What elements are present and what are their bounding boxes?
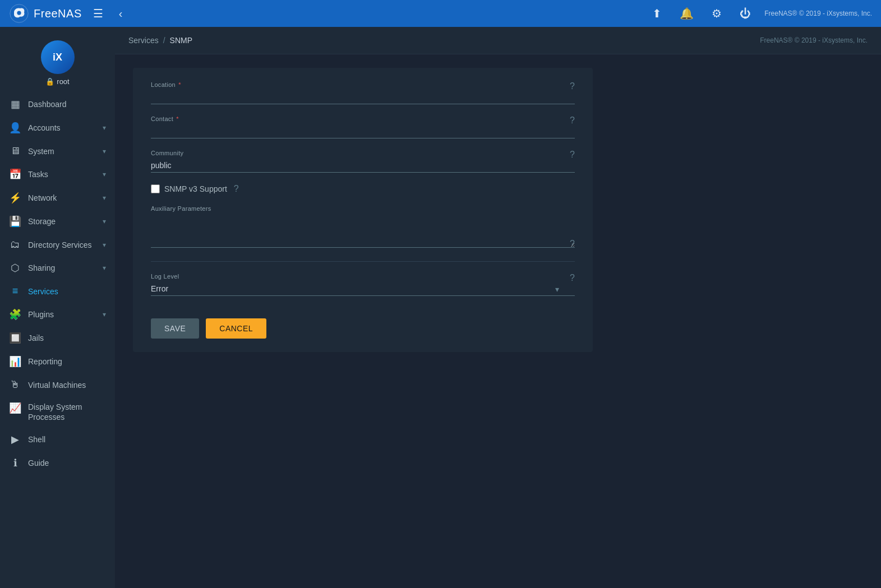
sidebar-item-display-system-processes[interactable]: 📈 Display System Processes — [0, 396, 115, 428]
sidebar-item-label: Display System Processes — [28, 402, 106, 422]
avatar: iX — [41, 40, 75, 74]
back-button[interactable]: ‹ — [114, 5, 127, 22]
sharing-icon: ⬡ — [9, 262, 21, 274]
header-left: FreeNAS ☰ ‹ — [9, 3, 127, 24]
breadcrumb-copyright: FreeNAS® © 2019 - iXsystems, Inc. — [760, 36, 868, 44]
copyright-text: FreeNAS® © 2019 - iXsystems, Inc. — [764, 10, 872, 17]
breadcrumb-separator: / — [163, 36, 165, 45]
contact-input[interactable] — [151, 124, 575, 138]
sidebar-item-sharing[interactable]: ⬡ Sharing ▾ — [0, 256, 115, 280]
breadcrumb-current: SNMP — [170, 36, 192, 45]
contact-field: Contact * ? — [151, 115, 575, 138]
log-level-field: Log Level Emergency Alert Critical Error… — [151, 273, 575, 296]
sidebar-item-virtual-machines[interactable]: 🖱 Virtual Machines — [0, 373, 115, 396]
form-container: Location * ? Contact * ? Community — [115, 54, 881, 588]
snmpv3-row: SNMP v3 Support ? — [151, 184, 575, 194]
reporting-icon: 📊 — [9, 355, 21, 368]
sidebar-item-storage[interactable]: 💾 Storage ▾ — [0, 210, 115, 233]
community-help-icon[interactable]: ? — [570, 150, 575, 160]
sidebar-item-system[interactable]: 🖥 System ▾ — [0, 140, 115, 163]
menu-button[interactable]: ☰ — [89, 4, 108, 22]
user-name: 🔒 root — [45, 77, 69, 86]
form-divider — [151, 261, 575, 262]
location-input[interactable] — [151, 90, 575, 104]
sidebar-item-label: Virtual Machines — [28, 381, 106, 390]
auxiliary-parameters-field: Auxiliary Parameters ? — [151, 205, 575, 250]
breadcrumb-parent[interactable]: Services — [128, 36, 159, 45]
sidebar-item-label: Tasks — [28, 170, 96, 179]
storage-icon: 💾 — [9, 215, 21, 228]
sidebar-item-label: System — [28, 147, 96, 156]
sidebar-item-network[interactable]: ⚡ Network ▾ — [0, 186, 115, 210]
sidebar-item-label: Sharing — [28, 263, 96, 272]
chevron-down-icon: ▾ — [103, 170, 106, 178]
sidebar-item-directory-services[interactable]: 🗂 Directory Services ▾ — [0, 233, 115, 256]
system-icon: 🖥 — [9, 145, 21, 157]
sidebar-item-label: Directory Services — [28, 240, 96, 249]
chevron-down-icon: ▾ — [103, 241, 106, 249]
jails-icon: 🔲 — [9, 332, 21, 344]
snmpv3-label: SNMP v3 Support — [164, 184, 227, 193]
bell-icon[interactable]: 🔔 — [675, 4, 698, 22]
power-icon[interactable]: ⏻ — [735, 5, 755, 22]
cancel-button[interactable]: CANCEL — [206, 318, 266, 339]
sidebar-item-label: Guide — [28, 459, 106, 467]
contact-help-icon[interactable]: ? — [570, 115, 575, 126]
svg-point-1 — [17, 11, 21, 15]
top-header: FreeNAS ☰ ‹ ⬆ 🔔 ⚙ ⏻ FreeNAS® © 2019 - iX… — [0, 0, 881, 27]
form-actions: SAVE CANCEL — [151, 309, 575, 339]
upload-icon[interactable]: ⬆ — [648, 4, 666, 22]
processes-icon: 📈 — [9, 402, 21, 414]
accounts-icon: 👤 — [9, 122, 21, 134]
auxiliary-help-icon[interactable]: ? — [570, 239, 575, 249]
sidebar-item-dashboard[interactable]: ▦ Dashboard — [0, 92, 115, 116]
sidebar: iX 🔒 root ▦ Dashboard 👤 Accounts ▾ 🖥 Sys… — [0, 27, 115, 588]
lock-icon: 🔒 — [45, 77, 54, 86]
main-layout: iX 🔒 root ▦ Dashboard 👤 Accounts ▾ 🖥 Sys… — [0, 27, 881, 588]
sidebar-item-reporting[interactable]: 📊 Reporting — [0, 350, 115, 373]
sidebar-item-label: Reporting — [28, 357, 106, 366]
save-button[interactable]: SAVE — [151, 318, 199, 339]
auxiliary-parameters-label: Auxiliary Parameters — [151, 205, 575, 212]
sidebar-item-label: Network — [28, 193, 96, 202]
avatar-text: iX — [53, 52, 62, 63]
contact-label: Contact * — [151, 115, 575, 122]
community-field: Community ? — [151, 150, 575, 173]
sidebar-item-tasks[interactable]: 📅 Tasks ▾ — [0, 163, 115, 186]
chevron-down-icon: ▾ — [103, 217, 106, 225]
user-section: iX 🔒 root — [0, 31, 115, 92]
sidebar-item-jails[interactable]: 🔲 Jails — [0, 326, 115, 350]
chevron-down-icon: ▾ — [103, 264, 106, 272]
snmpv3-help-icon[interactable]: ? — [234, 184, 239, 194]
sidebar-item-plugins[interactable]: 🧩 Plugins ▾ — [0, 303, 115, 326]
sidebar-item-accounts[interactable]: 👤 Accounts ▾ — [0, 116, 115, 140]
log-level-wrapper: Emergency Alert Critical Error Warning N… — [151, 282, 575, 296]
chevron-down-icon: ▾ — [103, 194, 106, 202]
tasks-icon: 📅 — [9, 168, 21, 180]
snmpv3-checkbox[interactable] — [151, 184, 160, 193]
chevron-down-icon: ▾ — [103, 147, 106, 155]
location-help-icon[interactable]: ? — [570, 81, 575, 91]
logo-area: FreeNAS — [9, 3, 82, 24]
content-area: Services / SNMP FreeNAS® © 2019 - iXsyst… — [115, 27, 881, 588]
network-icon: ⚡ — [9, 192, 21, 204]
log-level-select[interactable]: Emergency Alert Critical Error Warning N… — [151, 282, 575, 296]
freenas-logo — [9, 3, 29, 24]
sidebar-item-services[interactable]: ≡ Services — [0, 280, 115, 303]
settings-icon[interactable]: ⚙ — [707, 4, 726, 22]
auxiliary-parameters-input[interactable] — [151, 214, 575, 248]
location-label: Location * — [151, 81, 575, 88]
plugins-icon: 🧩 — [9, 308, 21, 321]
guide-icon: ℹ — [9, 457, 21, 469]
logo-text: FreeNAS — [34, 7, 82, 20]
sidebar-item-shell[interactable]: ▶ Shell — [0, 428, 115, 451]
log-level-label: Log Level — [151, 273, 575, 280]
log-level-help-icon[interactable]: ? — [570, 273, 575, 283]
community-label: Community — [151, 150, 575, 156]
sidebar-item-guide[interactable]: ℹ Guide — [0, 451, 115, 475]
required-star: * — [174, 115, 179, 122]
dashboard-icon: ▦ — [9, 98, 21, 110]
community-input[interactable] — [151, 159, 575, 173]
vm-icon: 🖱 — [9, 379, 21, 391]
chevron-down-icon: ▾ — [103, 124, 106, 132]
